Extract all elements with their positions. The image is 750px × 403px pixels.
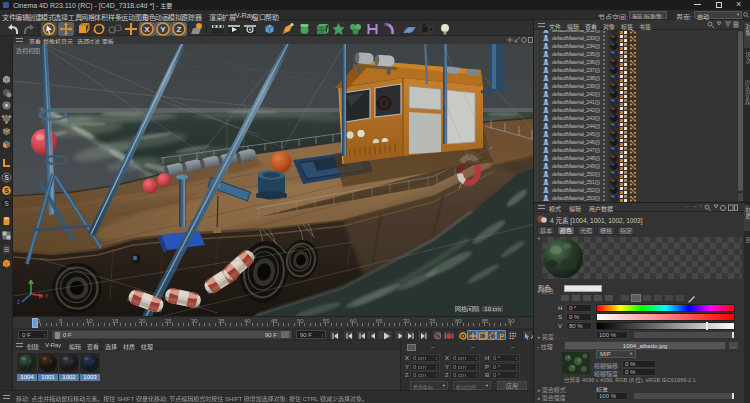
svg-text:S: S [4, 187, 9, 194]
svg-text:S: S [4, 174, 9, 181]
svg-text:S: S [4, 200, 9, 207]
svg-text:B: B [4, 246, 9, 253]
svg-text:Y: Y [160, 25, 166, 34]
svg-text:P: P [499, 332, 504, 340]
svg-text:Z: Z [177, 25, 182, 34]
svg-text:X: X [144, 25, 150, 34]
svg-text:Z: Z [17, 299, 20, 305]
